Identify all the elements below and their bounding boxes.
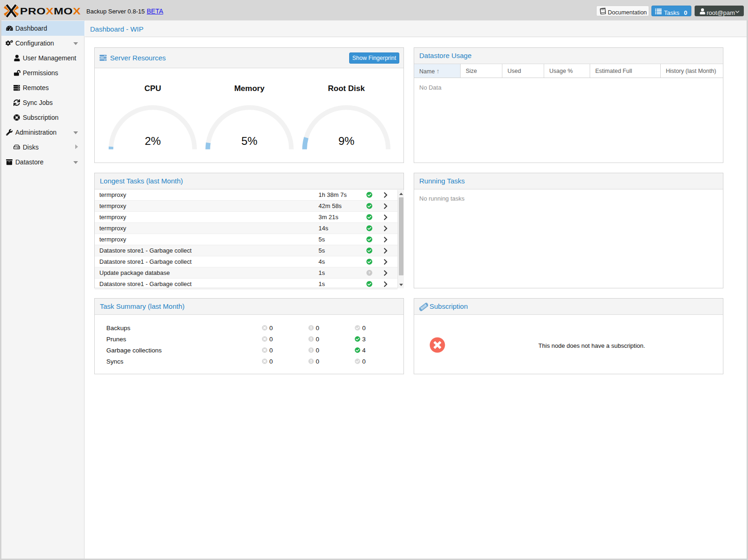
svg-text:?: ? — [368, 271, 371, 275]
